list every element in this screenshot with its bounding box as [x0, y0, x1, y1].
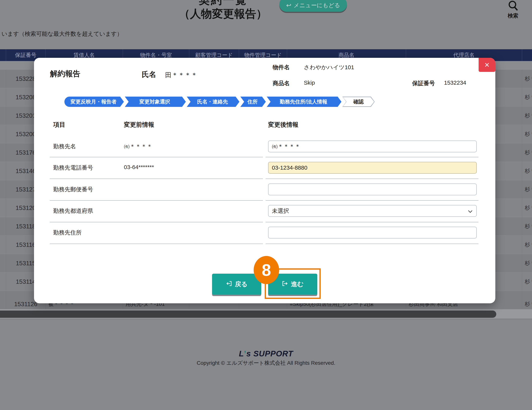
next-button[interactable]: 進む — [268, 274, 317, 295]
horizontal-scrollbar-thumb[interactable] — [0, 311, 496, 318]
page-footer: L’s SUPPORT Copyright © エルズサポート株式会社 All … — [0, 349, 532, 367]
table-header-cell — [0, 49, 6, 61]
field-label-workplace-pref: 勤務先都道府県 — [53, 207, 93, 215]
property-value: さわやかハイツ101 — [304, 64, 354, 71]
guarantee-no-label: 保証番号 — [412, 79, 435, 87]
step-name-contact[interactable]: 氏名・連絡先 — [187, 97, 239, 107]
back-to-menu-label: メニューにもどる — [294, 1, 340, 9]
page-title-line2: （人物変更報告） — [178, 7, 268, 20]
product-value: Skip — [304, 79, 315, 86]
field-label-workplace-zip: 勤務先郵便番号 — [53, 185, 93, 193]
name-value: 田＊＊＊＊ — [165, 71, 197, 79]
step-workplace[interactable]: 勤務先住所/法人情報 — [267, 97, 342, 107]
row-divider — [266, 157, 478, 157]
horizontal-scrollbar[interactable] — [0, 309, 532, 319]
column-header-item: 項目 — [53, 121, 65, 129]
property-label: 物件名 — [273, 64, 290, 71]
row-divider — [266, 200, 478, 201]
field-label-workplace-address: 勤務先住所 — [53, 229, 82, 237]
back-button-label: 戻る — [235, 280, 247, 288]
field-label-workplace-phone: 勤務先電話番号 — [53, 164, 93, 172]
step-address[interactable]: 住所 — [240, 97, 266, 107]
logo-accent: ’ — [244, 349, 247, 358]
next-button-label: 進む — [291, 280, 304, 288]
product-label: 商品名 — [273, 79, 290, 87]
modal-title: 解約報告 — [50, 68, 80, 79]
column-header-before: 変更前情報 — [124, 121, 154, 129]
search-control[interactable]: 検索 — [504, 0, 522, 20]
row-divider — [50, 157, 263, 157]
row-divider — [266, 179, 478, 179]
row-divider — [266, 244, 478, 244]
back-icon — [226, 280, 232, 288]
back-button[interactable]: 戻る — [212, 274, 261, 295]
copyright-text: Copyright © エルズサポート株式会社 All Rights Reser… — [0, 359, 532, 367]
name-label: 氏名 — [142, 70, 156, 79]
search-limit-message: います（検索可能な最大件数を超えています） — [1, 30, 123, 38]
row-divider — [50, 222, 263, 222]
wizard-steps: 変更反映月・報告者 変更対象選択 氏名・連絡先 住所 勤務先住所/法人情報 確認 — [64, 97, 375, 107]
input-workplace-name[interactable] — [268, 141, 477, 152]
before-value-workplace-phone: 03-64******* — [124, 164, 154, 170]
guarantee-no-value: 1532234 — [444, 79, 466, 86]
search-icon — [504, 0, 522, 11]
page-title-line1: 契約一覧 — [178, 0, 268, 7]
chevron-down-icon — [468, 208, 473, 214]
input-workplace-phone[interactable] — [268, 162, 477, 174]
forward-icon — [282, 280, 288, 288]
reply-arrow-icon: ↩ — [286, 2, 291, 8]
screen: 契約一覧 （人物変更報告） ↩ メニューにもどる 検索 います（検索可能な最大件… — [0, 0, 532, 410]
table-header-cell — [522, 49, 532, 61]
input-workplace-zip[interactable] — [268, 184, 477, 195]
back-to-menu-button[interactable]: ↩ メニューにもどる — [279, 0, 347, 12]
cancellation-report-modal: × 解約報告 氏名 田＊＊＊＊ 物件名 さわやかハイツ101 商品名 Skip … — [34, 58, 495, 303]
input-workplace-address[interactable] — [268, 227, 477, 238]
row-divider — [50, 244, 263, 244]
select-workplace-pref-value: 未選択 — [272, 207, 289, 215]
close-icon[interactable]: × — [479, 58, 495, 72]
ls-support-logo: L’s SUPPORT — [0, 349, 532, 358]
select-workplace-pref[interactable]: 未選択 — [268, 205, 477, 217]
field-label-workplace-name: 勤務先名 — [53, 143, 76, 150]
row-divider — [50, 179, 263, 179]
row-divider — [266, 222, 478, 222]
column-header-after: 変更後情報 — [268, 121, 298, 129]
step-target-select[interactable]: 変更対象選択 — [125, 97, 186, 107]
before-value-workplace-name: ㈲＊＊＊＊ — [124, 143, 152, 150]
search-label: 検索 — [504, 12, 522, 20]
page-title: 契約一覧 （人物変更報告） — [178, 0, 268, 20]
step-reflect-month[interactable]: 変更反映月・報告者 — [64, 97, 124, 107]
step-confirm[interactable]: 確認 — [342, 97, 375, 107]
row-divider — [50, 200, 263, 201]
